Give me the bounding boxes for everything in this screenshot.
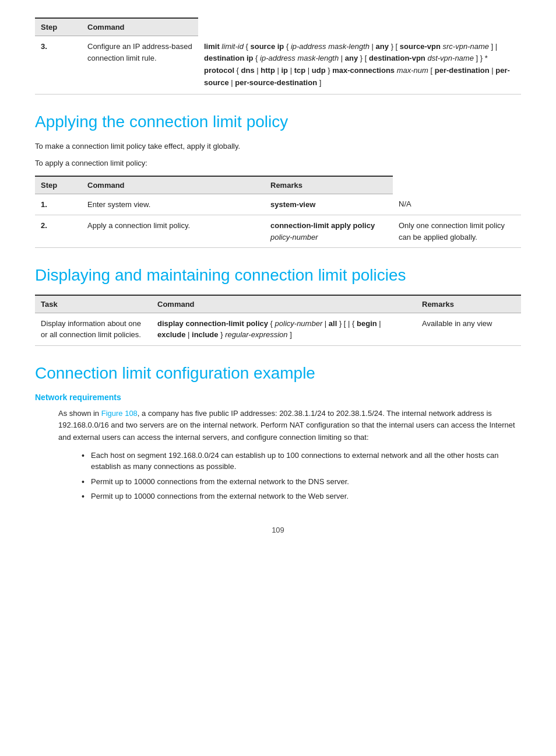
- remarks-2: Only one connection limit policy can be …: [393, 215, 521, 248]
- remarks-col-header: Remarks: [265, 176, 393, 194]
- displaying-section-title: Displaying and maintaining connection li…: [35, 265, 521, 285]
- applying-section-title: Applying the connection limit policy: [35, 112, 521, 132]
- cmd-limit: limit: [204, 42, 220, 51]
- cmd-per-dest: per-destination: [435, 66, 490, 75]
- cmd-any2: any: [345, 54, 358, 62]
- command-header: Command: [82, 18, 198, 36]
- cmd-http: http: [261, 66, 275, 75]
- cmd-conn-limit-apply: connection-limit apply policy: [270, 221, 375, 230]
- remarks-1: N/A: [393, 194, 521, 215]
- applying-intro2: To apply a connection limit policy:: [35, 158, 521, 170]
- command-col-header2: Command: [152, 295, 416, 313]
- step-desc-1: Enter system view.: [82, 194, 265, 215]
- command-2: connection-limit apply policy policy-num…: [265, 215, 393, 248]
- applying-intro1: To make a connection limit policy take e…: [35, 141, 521, 153]
- config-limit-rule-table: Step Command 3. Configure an IP address-…: [35, 18, 521, 94]
- applying-table: Step Command Remarks 1. Enter system vie…: [35, 176, 521, 249]
- remarks-display: Available in any view: [416, 313, 521, 345]
- step-num-1: 1.: [35, 194, 82, 215]
- cmd-udp: udp: [312, 66, 326, 75]
- cmd-limit-id: limit-id: [221, 42, 244, 51]
- step-desc-2: Apply a connection limit policy.: [82, 215, 265, 248]
- table-row: 1. Enter system view. system-view N/A: [35, 194, 521, 215]
- figure-108-link[interactable]: Figure 108: [101, 409, 138, 418]
- command-col-header: Command: [82, 176, 265, 194]
- cmd-ip-addr2: ip-address mask-length: [258, 54, 339, 62]
- cmd-source-ip: source ip: [251, 42, 284, 51]
- list-item: Permit up to 10000 connections from the …: [82, 476, 521, 488]
- cmd-per-src-dest: per-source-destination: [235, 78, 317, 87]
- step-desc-cell: Configure an IP address-based connection…: [82, 36, 198, 94]
- step-col-header: Step: [35, 176, 82, 194]
- cmd-src-vpn-name: src-vpn-name: [443, 42, 489, 51]
- step-num-cell: 3.: [35, 36, 82, 94]
- cmd-ip2: ip: [281, 66, 288, 75]
- cmd-any1: any: [376, 42, 389, 51]
- remarks-col-header2: Remarks: [416, 295, 521, 313]
- cmd-max-conn: max-connections: [332, 66, 395, 75]
- cmd-source-vpn: source-vpn: [400, 42, 441, 51]
- step-header: Step: [35, 18, 82, 36]
- step-num-2: 2.: [35, 215, 82, 248]
- cmd-dst-vpn: destination-vpn: [367, 54, 425, 62]
- list-item: Each host on segment 192.168.0.0/24 can …: [82, 450, 521, 473]
- command-content-cell: limit limit-id { source ip { ip-address …: [198, 36, 521, 94]
- cmd-all: all: [329, 319, 337, 328]
- network-requirements-heading: Network requirements: [35, 393, 521, 402]
- cmd-exclude: exclude: [157, 330, 185, 339]
- cmd-include: include: [192, 330, 219, 339]
- cmd-tcp: tcp: [294, 66, 306, 75]
- cmd-policy-number: policy-number: [270, 233, 318, 242]
- command-1: system-view: [265, 194, 393, 215]
- cmd-dst-vpn-name: dst-vpn-name: [427, 54, 473, 62]
- cmd-policy-num-val: policy-number: [275, 319, 323, 328]
- cmd-regex: regular-expression: [225, 330, 287, 339]
- requirements-list: Each host on segment 192.168.0.0/24 can …: [82, 450, 521, 502]
- task-col-header: Task: [35, 295, 152, 313]
- cmd-dest-ip: destination ip: [204, 54, 254, 62]
- cmd-dns: dns: [241, 66, 255, 75]
- cmd-max-num: max-num: [397, 66, 428, 75]
- display-command-cell: display connection-limit policy { policy…: [152, 313, 416, 345]
- cmd-protocol: protocol: [204, 66, 234, 75]
- cmd-begin: begin: [357, 319, 377, 328]
- network-req-content: As shown in Figure 108, a company has fi…: [58, 408, 521, 502]
- table-row: 3. Configure an IP address-based connect…: [35, 36, 521, 94]
- cmd-ip-addr: ip-address mask-length: [288, 42, 370, 51]
- list-item: Permit up to 10000 connections from the …: [82, 491, 521, 502]
- displaying-table: Task Command Remarks Display information…: [35, 295, 521, 346]
- cmd-display-conn: display connection-limit policy: [157, 319, 268, 328]
- table-row: 2. Apply a connection limit policy. conn…: [35, 215, 521, 248]
- task-cell: Display information about one or all con…: [35, 313, 152, 345]
- network-req-body: As shown in Figure 108, a company has fi…: [58, 408, 521, 444]
- table-row: Display information about one or all con…: [35, 313, 521, 345]
- config-example-title: Connection limit configuration example: [35, 363, 521, 383]
- page-number: 109: [35, 526, 521, 534]
